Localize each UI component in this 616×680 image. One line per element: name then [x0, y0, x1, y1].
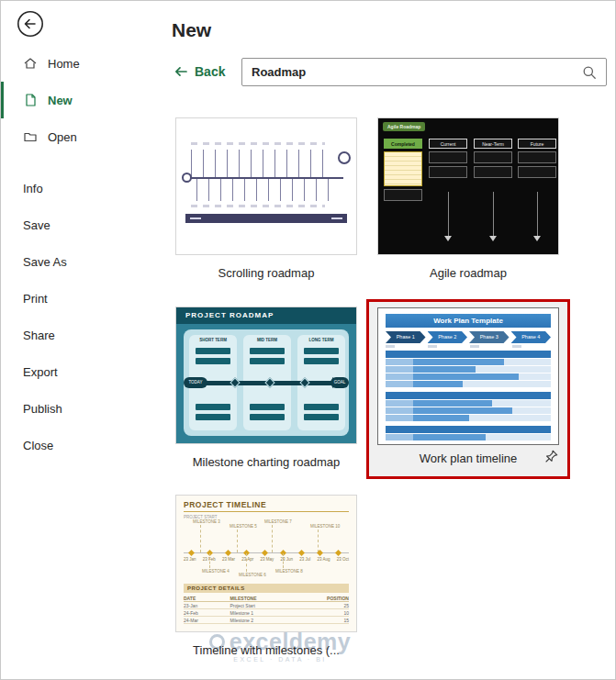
milestone-chip [196, 404, 230, 410]
menu-label: Info [23, 182, 43, 195]
milestone-label: MILESTONE 3 [193, 519, 220, 524]
template-cell-milestone-roadmap[interactable]: PROJECT ROADMAP SHORT TERM MID TERM [175, 307, 357, 469]
milestone-chip [250, 404, 285, 410]
sidebar-item-print[interactable]: Print [1, 280, 126, 317]
milestone-label: MILESTONE 8 [275, 569, 303, 574]
phase-chevron: Phase 4 [511, 331, 552, 343]
milestone-chip [196, 348, 230, 354]
milestone-chip [250, 348, 285, 354]
milestone-chip [304, 404, 339, 410]
watermark-tagline: EXCEL · DATA · BI [177, 656, 383, 663]
timeline-arrow [191, 381, 332, 385]
sidebar-item-info[interactable]: Info [1, 170, 126, 206]
sidebar-item-save[interactable]: Save [1, 206, 126, 243]
cell: 25 [308, 602, 349, 608]
pin-icon[interactable] [543, 449, 559, 464]
template-cell-work-plan-timeline-selected[interactable]: Work Plan Template Phase 1 Phase 2 Phase… [366, 299, 570, 479]
task-row [386, 415, 551, 421]
milestone-chip [304, 348, 339, 354]
cell: Project Start [230, 602, 308, 608]
date-label: 23 Jul [299, 557, 310, 562]
table-row: 24-Feb Milestone 1 10 [184, 609, 349, 617]
column-header: Future [518, 139, 556, 149]
template-thumbnail-scrolling-roadmap[interactable] [175, 117, 357, 255]
title-rule [184, 511, 349, 512]
connector-line [493, 192, 494, 236]
cell: 23-Jan [184, 602, 230, 608]
back-arrow-icon [17, 10, 44, 38]
sidebar-item-publish[interactable]: Publish [1, 390, 126, 427]
template-thumbnail-work-plan-timeline[interactable]: Work Plan Template Phase 1 Phase 2 Phase… [377, 307, 559, 445]
template-thumbnail-timeline-with-milestones[interactable]: PROJECT TIMELINE PROJECT START MILESTONE… [175, 495, 357, 632]
tiny-text-row [191, 142, 325, 145]
milestone-leader-line [209, 553, 210, 568]
tiny-text-row [191, 205, 325, 207]
work-plan-title-bar: Work Plan Template [386, 314, 551, 328]
task-row [386, 366, 551, 373]
backstage-sidebar: Home New Open [1, 1, 126, 679]
milestone-label: MILESTONE 4 [202, 569, 230, 574]
agile-column-completed: Completed [384, 139, 422, 249]
back-button[interactable] [17, 10, 44, 38]
agile-roadmap-title: Agile Roadmap [383, 122, 425, 131]
task-card [474, 166, 512, 178]
sidebar-item-home[interactable]: Home [1, 45, 126, 82]
menu-label: Close [23, 439, 53, 452]
timeline-start-circle [182, 173, 192, 183]
search-icon[interactable] [582, 65, 597, 80]
milestone-leader-line [283, 553, 284, 568]
back-to-results-link[interactable]: Back [174, 64, 225, 79]
connector-line [537, 192, 538, 236]
work-plan-table [378, 351, 558, 440]
scrollbar-band [185, 214, 347, 223]
down-arrow-icon [489, 236, 497, 241]
milestone-label: MILESTONE 7 [264, 519, 292, 524]
template-label: Milestone charting roadmap [175, 455, 357, 469]
down-arrow-icon [533, 236, 541, 241]
task-row [386, 381, 551, 387]
date-label: 23 May [260, 557, 274, 562]
column-header: POSITION [308, 595, 349, 601]
task-card [429, 151, 467, 163]
sidebar-item-open[interactable]: Open [1, 118, 126, 155]
milestone-leader-line [200, 525, 201, 552]
sidebar-item-export[interactable]: Export [1, 353, 126, 390]
sidebar-item-share[interactable]: Share [1, 317, 126, 353]
sidebar-item-label: Home [48, 57, 80, 71]
milestone-diamond [225, 550, 231, 556]
search-input[interactable] [242, 65, 582, 79]
template-cell-scrolling-roadmap[interactable]: Scrolling roadmap [175, 117, 357, 280]
column-header: LONG TERM [297, 338, 345, 342]
section-header-bar [386, 351, 551, 358]
task-card [474, 151, 512, 163]
project-timeline-title: PROJECT TIMELINE [184, 500, 266, 509]
template-cell-timeline-with-milestones[interactable]: PROJECT TIMELINE PROJECT START MILESTONE… [175, 495, 357, 657]
milestone-leader-line [318, 530, 319, 552]
template-thumbnail-milestone-roadmap[interactable]: PROJECT ROADMAP SHORT TERM MID TERM [175, 307, 357, 444]
completed-notes-panel [384, 151, 422, 186]
agile-column-future: Future [518, 139, 556, 249]
milestone-chip [304, 414, 339, 420]
sidebar-item-close[interactable]: Close [1, 427, 126, 463]
cell: 10 [308, 609, 349, 616]
column-header: MID TERM [243, 338, 291, 342]
date-label: 23 Aug [317, 557, 330, 562]
milestone-chip [196, 414, 230, 420]
template-label: Agile roadmap [377, 266, 559, 280]
column-header: Current [429, 139, 467, 149]
phase-chevron-row: Phase 1 Phase 2 Phase 3 Phase 4 [386, 331, 551, 343]
timeline-ticks-top [191, 150, 325, 177]
task-card [518, 151, 556, 163]
sidebar-item-new[interactable]: New [1, 82, 126, 118]
back-link-label: Back [195, 64, 225, 79]
template-cell-agile-roadmap[interactable]: Agile Roadmap Completed Current Near-Ter… [377, 117, 559, 280]
template-search-box [241, 58, 607, 86]
milestone-chip [250, 414, 285, 420]
table-header-row: DATE MILESTONE POSITION [184, 595, 349, 602]
template-thumbnail-agile-roadmap[interactable]: Agile Roadmap Completed Current Near-Ter… [377, 117, 559, 255]
axis-date-labels: 23 Jan 23 Feb 23 Mar 23 Apr 23 May 23 Ju… [184, 557, 349, 562]
task-card [518, 166, 556, 178]
sidebar-item-save-as[interactable]: Save As [1, 243, 126, 280]
sidebar-menu-items: Info Save Save As Print Share Export Pub… [1, 170, 126, 463]
date-label: 23 Mar [222, 557, 235, 562]
